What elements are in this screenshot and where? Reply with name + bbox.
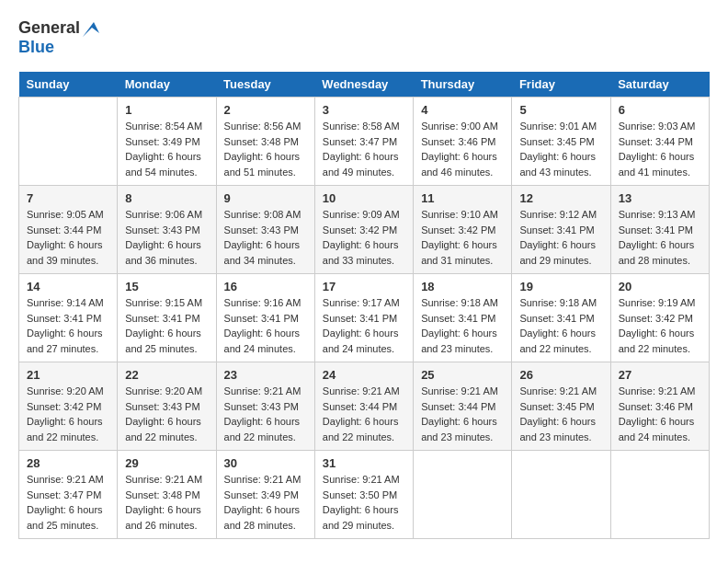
day-sun-info: Sunrise: 9:03 AMSunset: 3:44 PMDaylight:… — [619, 119, 701, 179]
day-sun-info: Sunrise: 9:09 AMSunset: 3:42 PMDaylight:… — [323, 207, 405, 268]
day-number: 29 — [125, 456, 208, 470]
calendar-cell: 6Sunrise: 9:03 AMSunset: 3:44 PMDaylight… — [610, 98, 709, 186]
dow-header-monday: Monday — [118, 72, 216, 98]
dow-header-wednesday: Wednesday — [314, 72, 413, 98]
calendar-table: SundayMondayTuesdayWednesdayThursdayFrid… — [18, 72, 710, 539]
calendar-cell — [19, 98, 118, 186]
calendar-cell: 8Sunrise: 9:06 AMSunset: 3:43 PMDaylight… — [118, 186, 216, 274]
day-number: 2 — [224, 103, 307, 117]
day-number: 5 — [519, 103, 602, 117]
calendar-cell: 29Sunrise: 9:21 AMSunset: 3:48 PMDayligh… — [118, 451, 216, 539]
day-sun-info: Sunrise: 8:54 AMSunset: 3:49 PMDaylight:… — [125, 119, 208, 179]
logo-bird-icon — [83, 20, 99, 37]
day-number: 15 — [125, 280, 208, 293]
page-header: General Blue — [18, 18, 710, 57]
day-sun-info: Sunrise: 9:15 AMSunset: 3:41 PMDaylight:… — [125, 295, 208, 356]
day-sun-info: Sunrise: 9:20 AMSunset: 3:42 PMDaylight:… — [27, 384, 109, 444]
day-sun-info: Sunrise: 9:20 AMSunset: 3:43 PMDaylight:… — [125, 384, 208, 444]
dow-header-friday: Friday — [512, 72, 610, 98]
calendar-cell: 7Sunrise: 9:05 AMSunset: 3:44 PMDaylight… — [19, 186, 118, 274]
day-sun-info: Sunrise: 9:21 AMSunset: 3:45 PMDaylight:… — [519, 384, 602, 444]
calendar-cell: 22Sunrise: 9:20 AMSunset: 3:43 PMDayligh… — [118, 362, 216, 451]
day-number: 12 — [519, 191, 602, 205]
day-sun-info: Sunrise: 9:21 AMSunset: 3:49 PMDaylight:… — [224, 472, 307, 533]
calendar-cell: 14Sunrise: 9:14 AMSunset: 3:41 PMDayligh… — [19, 274, 118, 362]
day-number: 19 — [519, 280, 602, 293]
logo: General Blue — [18, 18, 99, 57]
day-number: 20 — [619, 280, 701, 293]
calendar-cell: 18Sunrise: 9:18 AMSunset: 3:41 PMDayligh… — [414, 274, 512, 362]
day-number: 27 — [619, 368, 701, 382]
day-sun-info: Sunrise: 9:16 AMSunset: 3:41 PMDaylight:… — [224, 295, 307, 356]
calendar-cell — [414, 451, 512, 539]
day-sun-info: Sunrise: 9:13 AMSunset: 3:41 PMDaylight:… — [619, 207, 701, 268]
day-sun-info: Sunrise: 9:21 AMSunset: 3:44 PMDaylight:… — [421, 384, 504, 444]
day-sun-info: Sunrise: 9:18 AMSunset: 3:41 PMDaylight:… — [421, 295, 504, 356]
day-number: 6 — [619, 103, 701, 117]
calendar-cell: 3Sunrise: 8:58 AMSunset: 3:47 PMDaylight… — [314, 98, 413, 186]
header-row: SundayMondayTuesdayWednesdayThursdayFrid… — [19, 72, 710, 98]
day-sun-info: Sunrise: 9:21 AMSunset: 3:43 PMDaylight:… — [224, 384, 307, 444]
day-sun-info: Sunrise: 9:21 AMSunset: 3:48 PMDaylight:… — [125, 472, 208, 533]
logo-text-line1: General — [18, 18, 80, 38]
day-sun-info: Sunrise: 8:58 AMSunset: 3:47 PMDaylight:… — [323, 119, 405, 179]
week-row-1: 7Sunrise: 9:05 AMSunset: 3:44 PMDaylight… — [19, 186, 710, 274]
day-sun-info: Sunrise: 9:19 AMSunset: 3:42 PMDaylight:… — [619, 295, 701, 356]
day-number: 7 — [27, 191, 109, 205]
calendar-cell — [610, 451, 709, 539]
day-number: 26 — [519, 368, 602, 382]
day-number: 9 — [224, 191, 307, 205]
day-number: 30 — [224, 456, 307, 470]
calendar-cell: 10Sunrise: 9:09 AMSunset: 3:42 PMDayligh… — [314, 186, 413, 274]
calendar-cell: 15Sunrise: 9:15 AMSunset: 3:41 PMDayligh… — [118, 274, 216, 362]
calendar-cell: 13Sunrise: 9:13 AMSunset: 3:41 PMDayligh… — [610, 186, 709, 274]
day-number: 22 — [125, 368, 208, 382]
calendar-cell: 24Sunrise: 9:21 AMSunset: 3:44 PMDayligh… — [314, 362, 413, 451]
day-number: 11 — [421, 191, 504, 205]
calendar-cell: 30Sunrise: 9:21 AMSunset: 3:49 PMDayligh… — [216, 451, 314, 539]
calendar-cell: 27Sunrise: 9:21 AMSunset: 3:46 PMDayligh… — [610, 362, 709, 451]
day-sun-info: Sunrise: 9:10 AMSunset: 3:42 PMDaylight:… — [421, 207, 504, 268]
day-sun-info: Sunrise: 9:08 AMSunset: 3:43 PMDaylight:… — [224, 207, 307, 268]
day-sun-info: Sunrise: 9:12 AMSunset: 3:41 PMDaylight:… — [519, 207, 602, 268]
day-number: 17 — [323, 280, 405, 293]
logo-text-line2: Blue — [18, 38, 54, 56]
day-number: 1 — [125, 103, 208, 117]
day-number: 14 — [27, 280, 109, 293]
calendar-cell: 2Sunrise: 8:56 AMSunset: 3:48 PMDaylight… — [216, 98, 314, 186]
calendar-cell: 23Sunrise: 9:21 AMSunset: 3:43 PMDayligh… — [216, 362, 314, 451]
day-number: 25 — [421, 368, 504, 382]
calendar-cell — [512, 451, 610, 539]
day-number: 24 — [323, 368, 405, 382]
week-row-3: 21Sunrise: 9:20 AMSunset: 3:42 PMDayligh… — [19, 362, 710, 451]
dow-header-tuesday: Tuesday — [216, 72, 314, 98]
day-sun-info: Sunrise: 9:21 AMSunset: 3:46 PMDaylight:… — [619, 384, 701, 444]
day-sun-info: Sunrise: 9:17 AMSunset: 3:41 PMDaylight:… — [323, 295, 405, 356]
day-sun-info: Sunrise: 9:01 AMSunset: 3:45 PMDaylight:… — [519, 119, 602, 179]
day-number: 21 — [27, 368, 109, 382]
day-number: 3 — [323, 103, 405, 117]
calendar-cell: 17Sunrise: 9:17 AMSunset: 3:41 PMDayligh… — [314, 274, 413, 362]
svg-marker-0 — [83, 22, 99, 37]
day-number: 31 — [323, 456, 405, 470]
calendar-cell: 12Sunrise: 9:12 AMSunset: 3:41 PMDayligh… — [512, 186, 610, 274]
calendar-cell: 21Sunrise: 9:20 AMSunset: 3:42 PMDayligh… — [19, 362, 118, 451]
day-number: 10 — [323, 191, 405, 205]
day-sun-info: Sunrise: 9:21 AMSunset: 3:50 PMDaylight:… — [323, 472, 405, 533]
calendar-cell: 5Sunrise: 9:01 AMSunset: 3:45 PMDaylight… — [512, 98, 610, 186]
day-number: 8 — [125, 191, 208, 205]
day-sun-info: Sunrise: 9:00 AMSunset: 3:46 PMDaylight:… — [421, 119, 504, 179]
day-sun-info: Sunrise: 9:21 AMSunset: 3:44 PMDaylight:… — [323, 384, 405, 444]
day-number: 4 — [421, 103, 504, 117]
day-number: 23 — [224, 368, 307, 382]
calendar-cell: 31Sunrise: 9:21 AMSunset: 3:50 PMDayligh… — [314, 451, 413, 539]
day-sun-info: Sunrise: 9:05 AMSunset: 3:44 PMDaylight:… — [27, 207, 109, 268]
day-sun-info: Sunrise: 8:56 AMSunset: 3:48 PMDaylight:… — [224, 119, 307, 179]
calendar-cell: 16Sunrise: 9:16 AMSunset: 3:41 PMDayligh… — [216, 274, 314, 362]
calendar-cell: 1Sunrise: 8:54 AMSunset: 3:49 PMDaylight… — [118, 98, 216, 186]
day-sun-info: Sunrise: 9:18 AMSunset: 3:41 PMDaylight:… — [519, 295, 602, 356]
week-row-2: 14Sunrise: 9:14 AMSunset: 3:41 PMDayligh… — [19, 274, 710, 362]
week-row-4: 28Sunrise: 9:21 AMSunset: 3:47 PMDayligh… — [19, 451, 710, 539]
day-number: 16 — [224, 280, 307, 293]
calendar-cell: 28Sunrise: 9:21 AMSunset: 3:47 PMDayligh… — [19, 451, 118, 539]
